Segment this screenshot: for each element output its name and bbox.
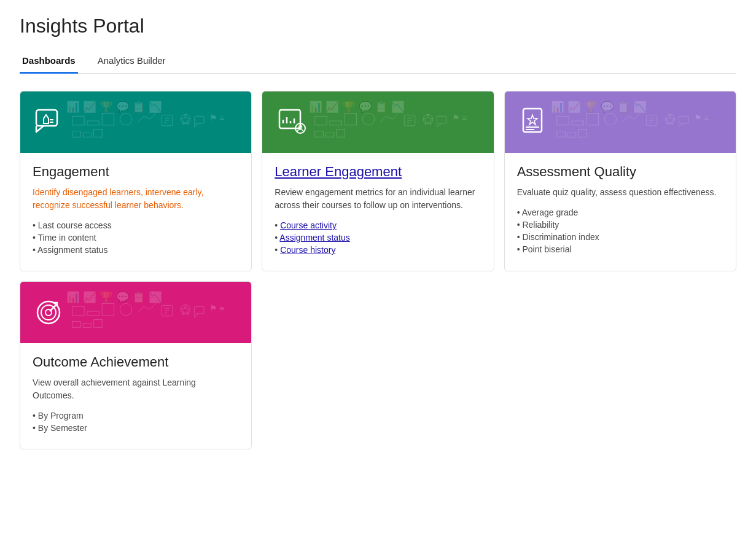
- list-item: Discrimination index: [517, 232, 723, 242]
- card-engagement: 📊 📈 🏆 💬 📋 📉 ⚑ ≡ EngagementIdentify disen…: [20, 91, 252, 271]
- svg-marker-43: [528, 115, 537, 125]
- outcome-achievement-description: View overall achievement against Learnin…: [33, 376, 239, 402]
- svg-rect-59: [557, 131, 566, 138]
- svg-rect-28: [330, 121, 341, 125]
- svg-rect-67: [72, 306, 84, 316]
- list-item: By Semester: [33, 423, 239, 433]
- svg-rect-68: [87, 311, 99, 316]
- cards-grid: 📊 📈 🏆 💬 📋 📉 ⚑ ≡ EngagementIdentify disen…: [20, 91, 736, 449]
- svg-text:⚑ ≡: ⚑ ≡: [451, 114, 467, 123]
- svg-marker-36: [423, 115, 433, 125]
- svg-text:📊 📈 🏆 💬 📋 📉: 📊 📈 🏆 💬 📋 📉: [551, 100, 647, 114]
- outcome-achievement-items: By ProgramBy Semester: [33, 411, 239, 433]
- list-item[interactable]: Course activity: [275, 220, 481, 230]
- card-learner-engagement: 📊 📈 🏆 💬 📋 📉 ⚑ ≡ Learner EngagementReview…: [262, 91, 494, 271]
- svg-point-7: [120, 113, 132, 125]
- svg-rect-48: [572, 121, 583, 125]
- svg-rect-37: [437, 116, 446, 123]
- svg-rect-80: [83, 323, 92, 327]
- svg-rect-42: [523, 109, 542, 132]
- assessment-quality-description: Evaluate quiz quality, assess question e…: [517, 186, 723, 199]
- svg-rect-41: [336, 130, 345, 138]
- list-item: Average grade: [517, 208, 723, 217]
- svg-text:📊 📈 🏆 💬 📋 📉: 📊 📈 🏆 💬 📋 📉: [66, 290, 162, 304]
- engagement-title: Engagement: [33, 164, 239, 180]
- engagement-items: Last course accessTime in contentAssignm…: [33, 220, 239, 255]
- learner-engagement-description: Review engagement metrics for an individ…: [275, 186, 481, 212]
- engagement-icon: [33, 105, 67, 139]
- tabs-nav: Dashboards Analytics Builder: [20, 50, 736, 74]
- svg-rect-19: [279, 110, 300, 128]
- svg-marker-56: [665, 115, 675, 125]
- svg-rect-29: [345, 113, 356, 125]
- svg-rect-77: [195, 306, 205, 314]
- learner-engagement-items: Course activityAssignment statusCourse h…: [275, 220, 481, 255]
- svg-point-30: [362, 113, 374, 125]
- list-item: Point biserial: [517, 244, 723, 254]
- assessment-quality-items: Average gradeReliabilityDiscrimination i…: [517, 208, 723, 254]
- svg-rect-39: [314, 131, 323, 138]
- svg-marker-13: [181, 115, 191, 125]
- svg-rect-6: [102, 113, 114, 125]
- list-item: Time in content: [33, 233, 239, 242]
- svg-rect-18: [94, 130, 103, 138]
- learner-engagement-icon: [275, 105, 309, 139]
- svg-rect-40: [325, 133, 334, 137]
- svg-rect-47: [557, 116, 569, 125]
- svg-rect-57: [679, 116, 689, 123]
- svg-rect-49: [586, 113, 598, 125]
- svg-rect-60: [567, 133, 576, 137]
- svg-rect-4: [72, 116, 84, 125]
- outcome-achievement-title: Outcome Achievement: [33, 354, 239, 370]
- assessment-quality-title: Assessment Quality: [517, 164, 723, 180]
- tab-analytics-builder[interactable]: Analytics Builder: [95, 50, 168, 74]
- list-item: Reliability: [517, 220, 723, 230]
- list-item: Last course access: [33, 220, 239, 230]
- svg-rect-16: [72, 131, 81, 138]
- learner-engagement-title[interactable]: Learner Engagement: [275, 164, 481, 180]
- svg-text:📊 📈 🏆 💬 📋 📉: 📊 📈 🏆 💬 📋 📉: [66, 100, 162, 114]
- svg-text:⚑ ≡: ⚑ ≡: [694, 114, 709, 123]
- svg-point-70: [120, 303, 132, 315]
- svg-rect-61: [579, 130, 587, 138]
- page-title: Insights Portal: [20, 15, 736, 37]
- list-item: Assignment status: [33, 245, 239, 255]
- svg-rect-69: [102, 303, 114, 315]
- svg-marker-76: [181, 305, 191, 315]
- svg-rect-17: [83, 133, 92, 137]
- svg-text:⚑ ≡: ⚑ ≡: [209, 304, 225, 313]
- svg-rect-79: [72, 322, 81, 328]
- svg-rect-14: [195, 116, 205, 123]
- list-item[interactable]: Course history: [275, 245, 481, 255]
- outcome-achievement-icon: [33, 295, 67, 330]
- svg-text:📊 📈 🏆 💬 📋 📉: 📊 📈 🏆 💬 📋 📉: [309, 100, 405, 114]
- card-assessment-quality: 📊 📈 🏆 💬 📋 📉 ⚑ ≡ Assessment QualityEvalua…: [504, 91, 736, 271]
- engagement-description: Identify disengaged learners, intervene …: [33, 186, 239, 212]
- list-item: By Program: [33, 411, 239, 421]
- tab-dashboards[interactable]: Dashboards: [20, 50, 78, 74]
- svg-text:⚑ ≡: ⚑ ≡: [209, 114, 225, 123]
- list-item[interactable]: Assignment status: [275, 233, 481, 242]
- assessment-quality-icon: [517, 105, 551, 139]
- svg-rect-27: [314, 116, 326, 125]
- card-outcome-achievement: 📊 📈 🏆 💬 📋 📉 ⚑ ≡ Outcome AchievementView …: [20, 281, 252, 449]
- svg-rect-81: [94, 320, 103, 328]
- svg-point-50: [604, 113, 616, 125]
- svg-rect-5: [87, 121, 99, 125]
